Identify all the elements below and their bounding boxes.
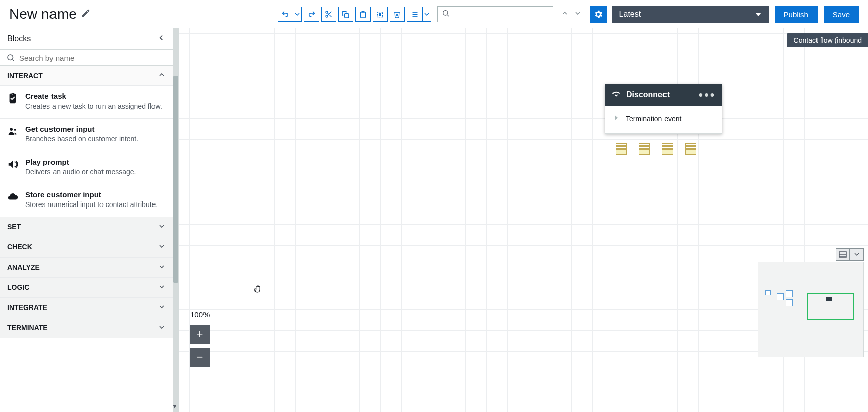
search-prev-icon[interactable]: [558, 7, 571, 21]
chevron-down-icon: [158, 303, 166, 313]
save-button[interactable]: Save: [824, 6, 859, 23]
note-icon[interactable]: [616, 143, 627, 154]
svg-point-0: [326, 11, 328, 13]
search-icon: [438, 9, 454, 19]
pan-cursor-icon: [252, 284, 263, 296]
search-icon: [6, 53, 15, 62]
sidebar-scrollbar[interactable]: ▼: [173, 28, 179, 412]
svg-line-3: [329, 15, 331, 17]
fit-view-button[interactable]: [836, 248, 850, 261]
sidebar-title: Blocks: [7, 34, 31, 43]
zoom-out-button[interactable]: −: [190, 348, 210, 367]
svg-rect-5: [345, 13, 349, 17]
version-select[interactable]: Latest: [612, 6, 769, 23]
zoom-in-button[interactable]: +: [190, 325, 210, 344]
publish-button[interactable]: Publish: [775, 6, 818, 23]
undo-dropdown[interactable]: [293, 7, 302, 22]
svg-point-17: [14, 129, 16, 131]
sidebar-scrollbar-thumb[interactable]: [173, 76, 178, 283]
svg-point-14: [8, 55, 13, 60]
speaker-icon: [7, 158, 19, 177]
minimap-toggle-button[interactable]: [850, 248, 864, 261]
node-input-arrow-icon: [611, 113, 621, 124]
cut-button[interactable]: [321, 7, 336, 22]
version-label: Latest: [619, 10, 641, 19]
copy-button[interactable]: [338, 7, 353, 22]
node-title: Disconnect: [626, 90, 670, 99]
note-icon[interactable]: [662, 143, 673, 154]
block-store-customer-input[interactable]: Store customer input Stores numerical in…: [0, 184, 173, 217]
minimap-node: [826, 297, 832, 301]
chevron-down-icon: [158, 283, 166, 292]
arrange-dropdown[interactable]: [422, 7, 431, 22]
redo-button[interactable]: [304, 7, 319, 22]
delete-button[interactable]: [390, 7, 405, 22]
category-analyze[interactable]: ANALYZE: [0, 258, 173, 278]
block-play-prompt[interactable]: Play prompt Delivers an audio or chat me…: [0, 151, 173, 184]
chevron-down-icon: [158, 263, 166, 272]
clipboard-check-icon: [7, 92, 19, 111]
zoom-level: 100%: [190, 310, 210, 319]
category-logic[interactable]: LOGIC: [0, 278, 173, 298]
select-all-button[interactable]: [373, 7, 388, 22]
flow-type-badge: Contact flow (inbound: [787, 33, 868, 47]
category-set[interactable]: SET: [0, 217, 173, 237]
canvas-search-input[interactable]: [454, 10, 553, 18]
minimap[interactable]: [758, 262, 864, 357]
header-bar: New name: [0, 0, 868, 28]
block-create-task[interactable]: Create task Creates a new task to run an…: [0, 86, 173, 119]
canvas-search[interactable]: [437, 6, 553, 22]
chevron-down-icon: [158, 222, 166, 232]
category-terminate[interactable]: TERMINATE: [0, 318, 173, 338]
canvas[interactable]: Contact flow (inbound Disconnect ●●● Ter…: [179, 28, 868, 412]
svg-point-1: [326, 15, 328, 17]
disconnect-icon: [611, 89, 621, 101]
svg-rect-6: [362, 11, 364, 13]
cloud-store-icon: [7, 190, 19, 210]
category-interact[interactable]: INTERACT: [0, 66, 173, 86]
node-disconnect[interactable]: Disconnect ●●● Termination event: [605, 84, 722, 134]
node-event-label: Termination event: [626, 115, 682, 123]
sidebar-search-input[interactable]: [19, 54, 167, 62]
node-notes: [616, 143, 696, 154]
svg-line-4: [327, 13, 329, 14]
chevron-up-icon: [158, 71, 166, 80]
svg-line-15: [12, 59, 14, 61]
block-get-customer-input[interactable]: Get customer input Branches based on cus…: [0, 119, 173, 151]
svg-rect-8: [379, 13, 381, 15]
arrange-button[interactable]: [407, 7, 422, 22]
people-input-icon: [7, 125, 19, 144]
chevron-down-icon: [158, 242, 166, 252]
svg-point-12: [443, 11, 447, 15]
chevron-down-icon: [158, 323, 166, 333]
settings-button[interactable]: [590, 6, 607, 23]
page-title: New name: [9, 6, 77, 22]
paste-button[interactable]: [355, 7, 371, 22]
svg-line-13: [447, 15, 449, 16]
collapse-sidebar-icon[interactable]: [157, 33, 166, 44]
note-icon[interactable]: [685, 143, 696, 154]
undo-button[interactable]: [278, 7, 293, 22]
edit-title-icon[interactable]: [81, 8, 91, 20]
category-check[interactable]: CHECK: [0, 237, 173, 258]
search-next-icon[interactable]: [572, 7, 584, 21]
category-integrate[interactable]: INTEGRATE: [0, 298, 173, 318]
svg-point-16: [10, 128, 13, 131]
note-icon[interactable]: [639, 143, 650, 154]
chevron-down-icon: [755, 13, 761, 16]
node-menu-icon[interactable]: ●●●: [698, 90, 716, 99]
scrollbar-down-icon[interactable]: ▼: [172, 403, 178, 410]
toolbar: [278, 7, 431, 22]
